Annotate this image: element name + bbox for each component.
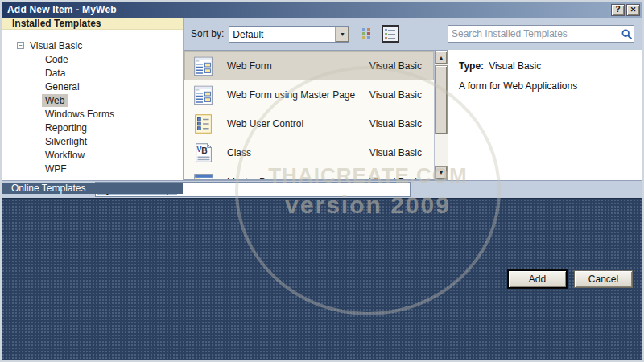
web-user-control-icon bbox=[192, 112, 216, 136]
scroll-up-button[interactable]: ▲ bbox=[435, 51, 448, 64]
center-right-area: Sort by: Default ▼ bbox=[184, 18, 642, 180]
online-templates-header[interactable]: Online Templates bbox=[2, 183, 183, 194]
dialog-body: THAICREATE.COM version 2009 Installed Te… bbox=[2, 18, 642, 180]
cancel-button[interactable]: Cancel bbox=[574, 270, 633, 288]
add-button[interactable]: Add bbox=[508, 270, 567, 288]
sort-area: Sort by: Default ▼ bbox=[184, 25, 446, 43]
collapse-icon[interactable]: − bbox=[17, 42, 24, 49]
tree-item-windows-forms[interactable]: Windows Forms bbox=[2, 107, 183, 121]
web-form-icon bbox=[192, 54, 216, 78]
medium-icons-icon bbox=[362, 28, 374, 39]
small-icons-icon bbox=[385, 28, 396, 39]
list-item-web-form[interactable]: Web Form Visual Basic bbox=[184, 51, 434, 80]
templates-sidebar: Installed Templates − Visual Basic Code … bbox=[2, 18, 184, 180]
scrollbar[interactable]: ▲ ▼ bbox=[434, 51, 448, 179]
close-icon: ✕ bbox=[630, 6, 637, 14]
tree-root-label: Visual Basic bbox=[30, 40, 82, 51]
tree-item-label: Workflow bbox=[42, 149, 88, 162]
scroll-track[interactable] bbox=[435, 64, 448, 166]
tree-item-workflow[interactable]: Workflow bbox=[2, 148, 183, 162]
view-mode-buttons bbox=[359, 25, 399, 43]
template-list: Web Form Visual Basic Web Form using Mas… bbox=[184, 51, 434, 179]
tree-item-label: General bbox=[42, 80, 83, 93]
template-info-panel: Type:Visual Basic A form for Web Applica… bbox=[448, 50, 642, 180]
tree-item-silverlight[interactable]: Silverlight bbox=[2, 134, 183, 148]
dropdown-arrow-icon[interactable]: ▼ bbox=[335, 27, 349, 42]
list-item-web-user-control[interactable]: Web User Control Visual Basic bbox=[184, 109, 434, 138]
tree-item-label: Windows Forms bbox=[42, 108, 118, 121]
add-new-item-dialog: Add New Item - MyWeb ? ✕ THAICREATE.COM … bbox=[0, 0, 644, 362]
list-item-class[interactable]: VB Class Visual Basic bbox=[184, 138, 434, 167]
type-label: Type: bbox=[459, 60, 484, 72]
templates-tree: − Visual Basic Code Data General Web Win… bbox=[2, 30, 183, 175]
medium-icons-view-button[interactable] bbox=[359, 25, 377, 43]
tree-item-general[interactable]: General bbox=[2, 80, 183, 93]
search-box[interactable] bbox=[448, 25, 634, 43]
web-form-master-icon bbox=[192, 83, 216, 107]
template-list-box: Web Form Visual Basic Web Form using Mas… bbox=[184, 50, 448, 180]
svg-text:B: B bbox=[201, 146, 207, 155]
list-toolbar: Sort by: Default ▼ bbox=[184, 18, 642, 50]
help-button[interactable]: ? bbox=[611, 4, 625, 16]
master-page-icon bbox=[192, 170, 216, 179]
installed-templates-header: Installed Templates bbox=[2, 18, 183, 30]
search-icon[interactable] bbox=[619, 29, 634, 39]
tree-items: Code Data General Web Windows Forms Repo… bbox=[2, 52, 183, 175]
tree-item-code[interactable]: Code bbox=[2, 52, 183, 66]
sort-by-select[interactable]: Default ▼ bbox=[229, 26, 349, 43]
scroll-down-button[interactable]: ▼ bbox=[435, 166, 448, 179]
content-row: Web Form Visual Basic Web Form using Mas… bbox=[184, 50, 642, 180]
class-icon: VB bbox=[192, 141, 216, 165]
small-icons-view-button[interactable] bbox=[382, 25, 399, 43]
tree-item-data[interactable]: Data bbox=[2, 66, 183, 80]
type-line: Type:Visual Basic bbox=[459, 60, 642, 72]
search-input[interactable] bbox=[448, 28, 619, 39]
sort-by-value: Default bbox=[229, 27, 335, 42]
bottom-bar: Add Cancel bbox=[2, 198, 642, 361]
window-title: Add New Item - MyWeb bbox=[7, 4, 609, 15]
tree-item-reporting[interactable]: Reporting bbox=[2, 121, 183, 134]
tree-item-label: Silverlight bbox=[42, 135, 90, 148]
type-value: Visual Basic bbox=[489, 60, 541, 72]
title-bar[interactable]: Add New Item - MyWeb ? ✕ bbox=[2, 2, 642, 18]
tree-root-visual-basic[interactable]: − Visual Basic bbox=[2, 39, 183, 52]
template-description: A form for Web Applications bbox=[459, 80, 642, 92]
tree-item-label: Web bbox=[42, 94, 68, 107]
tree-item-label: WPF bbox=[42, 162, 70, 175]
tree-item-label: Code bbox=[42, 53, 72, 66]
list-item-web-form-using-master-page[interactable]: Web Form using Master Page Visual Basic bbox=[184, 80, 434, 109]
help-icon: ? bbox=[615, 6, 620, 14]
sort-by-label: Sort by: bbox=[191, 28, 224, 39]
tree-item-label: Reporting bbox=[42, 121, 90, 134]
list-item-master-page[interactable]: Master Page Visual Basic bbox=[184, 167, 434, 179]
tree-item-web[interactable]: Web bbox=[2, 93, 183, 107]
close-button[interactable]: ✕ bbox=[626, 4, 640, 16]
tree-item-label: Data bbox=[42, 67, 68, 80]
scroll-thumb[interactable] bbox=[435, 65, 448, 134]
tree-item-wpf[interactable]: WPF bbox=[2, 162, 183, 175]
